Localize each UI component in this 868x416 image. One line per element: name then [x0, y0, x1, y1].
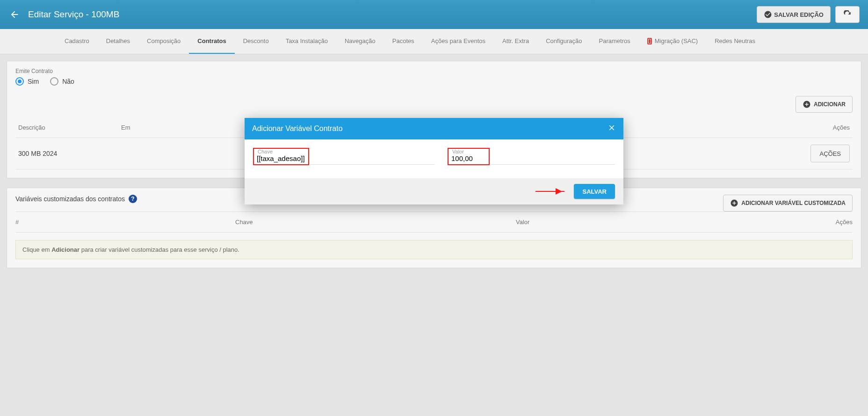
tab-navegacao[interactable]: Navegação — [336, 29, 384, 54]
adicionar-variavel-button[interactable]: ADICIONAR VARIÁVEL CUSTOMIZADA — [723, 195, 853, 212]
row-descricao: 300 MB 2024 — [18, 150, 121, 157]
tab-configuracao[interactable]: Configuração — [537, 29, 590, 54]
valor-label: Valor — [451, 149, 465, 154]
tab-redes-neutras[interactable]: Redes Neutras — [706, 29, 764, 54]
modal-title: Adicionar Variável Contrato — [252, 124, 343, 133]
app-header: Editar Serviço - 100MB SALVAR EDIÇÃO — [0, 0, 868, 29]
tab-acoes-eventos[interactable]: Ações para Eventos — [423, 29, 494, 54]
page-title: Editar Serviço - 100MB — [28, 9, 119, 20]
tab-detalhes[interactable]: Detalhes — [98, 29, 138, 54]
radio-dot-icon — [50, 77, 58, 86]
plus-circle-icon — [803, 100, 811, 109]
plus-circle-icon — [730, 199, 738, 207]
radio-dot-icon — [15, 77, 24, 86]
modal-header: Adicionar Variável Contrato — [245, 118, 623, 139]
radio-sim[interactable]: Sim — [15, 77, 39, 86]
col-em: Em — [121, 124, 130, 131]
phone-icon — [647, 38, 652, 44]
modal-close-button[interactable] — [608, 124, 616, 134]
emite-contrato-label: Emite Contrato — [15, 68, 853, 74]
empty-state: Clique em Adicionar para criar variável … — [15, 240, 853, 259]
tab-composicao[interactable]: Composição — [138, 29, 189, 54]
radio-nao[interactable]: Não — [50, 77, 74, 86]
help-icon[interactable]: ? — [129, 195, 137, 203]
adicionar-variavel-label: ADICIONAR VARIÁVEL CUSTOMIZADA — [741, 200, 846, 206]
salvar-button[interactable]: SALVAR — [574, 184, 615, 199]
refresh-button[interactable] — [835, 6, 860, 23]
refresh-icon — [843, 10, 852, 19]
vars-table-head: # Chave Valor Ações — [15, 212, 853, 233]
tabs-bar: Cadastro Detalhes Composição Contratos D… — [0, 29, 868, 54]
tab-taxa-instalacao[interactable]: Taxa Instalação — [277, 29, 336, 54]
tab-pacotes[interactable]: Pacotes — [384, 29, 423, 54]
close-icon — [608, 124, 616, 132]
tab-attr-extra[interactable]: Attr. Extra — [494, 29, 537, 54]
empty-post: para criar variável customizadas para es… — [80, 246, 239, 253]
tab-contratos[interactable]: Contratos — [189, 29, 234, 54]
adicionar-label: ADICIONAR — [814, 101, 846, 108]
tab-migracao-sac[interactable]: Migração (SAC) — [639, 29, 706, 54]
annotation-arrow-icon — [535, 191, 564, 192]
adicionar-button[interactable]: ADICIONAR — [796, 96, 853, 113]
empty-strong: Adicionar — [51, 246, 80, 253]
arrow-left-icon — [9, 9, 20, 20]
radio-sim-label: Sim — [28, 78, 39, 85]
vars-title: Variáveis customizadas dos contratos — [15, 195, 125, 203]
tab-parametros[interactable]: Parametros — [591, 29, 639, 54]
col-hash: # — [15, 219, 235, 226]
empty-pre: Clique em — [22, 246, 51, 253]
valor-input[interactable] — [448, 153, 490, 165]
tab-cadastro[interactable]: Cadastro — [56, 29, 98, 54]
col-valor: Valor — [516, 219, 796, 226]
back-button[interactable] — [8, 8, 21, 21]
modal-footer: SALVAR — [245, 178, 623, 204]
tab-desconto[interactable]: Desconto — [235, 29, 277, 54]
chave-label: Chave — [257, 149, 274, 154]
check-circle-icon — [764, 10, 772, 19]
radio-nao-label: Não — [62, 78, 74, 85]
modal-adicionar-variavel: Adicionar Variável Contrato Chave Valor … — [245, 118, 623, 204]
col-chave: Chave — [235, 219, 516, 226]
chave-input[interactable] — [253, 153, 309, 165]
col-acoes: Ações — [836, 219, 853, 226]
save-edit-label: SALVAR EDIÇÃO — [774, 11, 824, 18]
col-descricao: Descrição — [18, 124, 121, 131]
col-acoes: Ações — [833, 124, 850, 131]
save-edit-button[interactable]: SALVAR EDIÇÃO — [757, 6, 831, 23]
row-acoes-button[interactable]: AÇÕES — [810, 145, 850, 162]
